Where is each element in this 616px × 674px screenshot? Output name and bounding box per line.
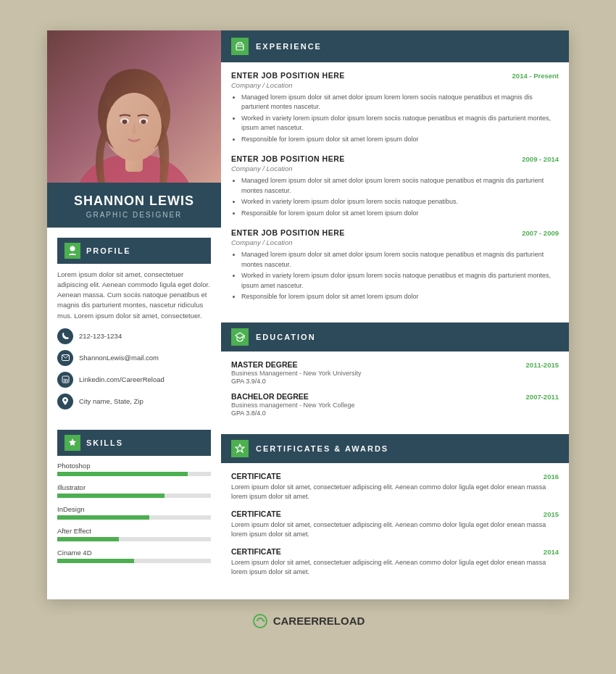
bullet-item: Managed lorem ipsum dolor sit amet dolor… xyxy=(241,93,559,112)
cert-desc: Lorem ipsum dolor sit amet, consectetuer… xyxy=(231,483,559,502)
svg-point-11 xyxy=(70,246,75,251)
experience-icon xyxy=(231,38,249,55)
skill-illustrator: Illustrator xyxy=(57,483,211,498)
bullet-item: Responsible for lorem ipsum dolor sit am… xyxy=(241,209,559,219)
skill-bar-bg xyxy=(57,472,211,476)
exp-job-title: ENTER JOB POSITION HERE xyxy=(231,228,345,237)
cert-desc: Lorem ipsum dolor sit amet, consectetuer… xyxy=(231,558,559,578)
linkedin-icon: in xyxy=(57,372,73,388)
exp-job-title: ENTER JOB POSITION HERE xyxy=(231,154,345,163)
experience-title: EXPERIENCE xyxy=(256,42,322,51)
skill-bar-fill xyxy=(57,559,134,563)
location-item: City name, State, Zip xyxy=(57,394,211,409)
education-title: EDUCATION xyxy=(256,333,316,341)
exp-job-title: ENTER JOB POSITION HERE xyxy=(231,71,345,80)
footer-brand: CAREERRELOAD xyxy=(251,612,365,630)
skill-aftereffect: After Effect xyxy=(57,527,211,541)
name-section: SHANNON LEWIS GRAPHIC DESIGNER xyxy=(47,183,221,228)
page-wrapper: SHANNON LEWIS GRAPHIC DESIGNER PROFILE L… xyxy=(47,30,569,630)
skill-name: After Effect xyxy=(57,527,211,535)
skills-list: Photoshop Illustrator InDesign xyxy=(47,462,221,578)
certificates-header: CERTIFICATES & AWARDS xyxy=(221,434,569,463)
photo-section xyxy=(47,30,221,183)
cert-date: 2016 xyxy=(544,473,559,480)
cert-date: 2014 xyxy=(544,548,559,556)
cert-header: CERTIFICATE 2015 xyxy=(231,509,559,518)
cert-title: CERTIFICATE xyxy=(231,547,281,556)
contact-list: 212-123-1234 ShannonLewis@mail.com xyxy=(47,328,221,420)
edu-date: 2011-2015 xyxy=(526,361,559,369)
profile-title: PROFILE xyxy=(86,246,131,255)
skills-header: SKILLS xyxy=(57,430,211,456)
exp-bullets: Managed lorem ipsum dolor sit amet dolor… xyxy=(231,176,559,218)
profile-photo xyxy=(47,30,221,183)
edu-header: MASTER DEGREE 2011-2015 xyxy=(231,360,559,369)
edu-school: Business Management - New York Universit… xyxy=(231,370,559,377)
cert-item-3: CERTIFICATE 2014 Lorem ipsum dolor sit a… xyxy=(221,547,569,585)
email-value: ShannonLewis@mail.com xyxy=(79,354,159,362)
svg-point-9 xyxy=(122,120,128,124)
exp-company: Company / Location xyxy=(231,81,559,89)
skill-bar-bg xyxy=(57,515,211,520)
edu-school: Business management - New York College xyxy=(231,402,559,409)
skill-bar-fill xyxy=(57,494,165,498)
bullet-item: Worked in variety lorem ipsum dolor ipsu… xyxy=(241,197,559,207)
exp-bullets: Managed lorem ipsum dolor sit amet dolor… xyxy=(231,93,559,145)
location-icon xyxy=(57,394,73,409)
education-icon xyxy=(231,328,249,346)
skill-name: InDesign xyxy=(57,505,211,513)
phone-item: 212-123-1234 xyxy=(57,328,211,344)
skill-indesign: InDesign xyxy=(57,505,211,520)
cert-header: CERTIFICATE 2014 xyxy=(231,547,559,556)
cert-date: 2015 xyxy=(544,510,559,518)
photo-svg xyxy=(47,30,221,183)
location-value: City name, State, Zip xyxy=(79,397,143,405)
cert-header: CERTIFICATE 2016 xyxy=(231,472,559,480)
right-column: EXPERIENCE ENTER JOB POSITION HERE 2014 … xyxy=(221,30,569,599)
edu-header: BACHELOR DEGREE 2007-2011 xyxy=(231,392,559,401)
skill-bar-fill xyxy=(57,537,119,541)
exp-header: ENTER JOB POSITION HERE 2014 - Present xyxy=(231,71,559,80)
experience-item-1: ENTER JOB POSITION HERE 2014 - Present C… xyxy=(221,71,569,155)
exp-company: Company / Location xyxy=(231,165,559,172)
bullet-item: Managed lorem ipsum dolor sit amet dolor… xyxy=(241,176,559,196)
svg-point-20 xyxy=(254,615,267,628)
brand-logo-icon xyxy=(251,612,269,630)
skill-name: Illustrator xyxy=(57,483,211,491)
edu-item-1: MASTER DEGREE 2011-2015 Business Managem… xyxy=(221,360,569,392)
skill-name: Ciname 4D xyxy=(57,549,211,557)
svg-text:in: in xyxy=(63,378,67,383)
profile-header: PROFILE xyxy=(57,238,211,264)
skill-bar-bg xyxy=(57,537,211,541)
email-icon xyxy=(57,350,73,366)
phone-value: 212-123-1234 xyxy=(79,332,122,340)
person-name: SHANNON LEWIS xyxy=(56,194,212,209)
skill-bar-fill xyxy=(57,472,188,476)
svg-rect-15 xyxy=(236,44,244,50)
skill-photoshop: Photoshop xyxy=(57,462,211,476)
profile-text: Lorem ipsum dolor sit amet, consectetuer… xyxy=(47,270,221,328)
exp-date: 2009 - 2014 xyxy=(522,155,559,163)
skill-name: Photoshop xyxy=(57,462,211,470)
exp-bullets: Managed lorem ipsum dolor sit amet dolor… xyxy=(231,250,559,302)
bullet-item: Responsible for lorem ipsum dolor sit am… xyxy=(241,292,559,302)
bullet-item: Managed lorem ipsum dolor sit amet dolor… xyxy=(241,250,559,270)
cert-title: CERTIFICATE xyxy=(231,472,281,480)
svg-point-10 xyxy=(141,120,146,124)
bullet-item: Worked in variety lorem ipsum dolor ipsu… xyxy=(241,271,559,291)
skill-bar-bg xyxy=(57,559,211,563)
left-column: SHANNON LEWIS GRAPHIC DESIGNER PROFILE L… xyxy=(47,30,221,599)
edu-degree: BACHELOR DEGREE xyxy=(231,392,309,401)
exp-date: 2007 - 2009 xyxy=(522,229,559,237)
person-title: GRAPHIC DESIGNER xyxy=(56,211,212,219)
edu-degree: MASTER DEGREE xyxy=(231,360,298,369)
brand-name: CAREERRELOAD xyxy=(273,615,365,627)
bullet-item: Worked in variety lorem ipsum dolor ipsu… xyxy=(241,114,559,133)
skills-icon xyxy=(64,435,80,451)
skill-bar-bg xyxy=(57,494,211,498)
certificates-icon xyxy=(231,440,249,457)
edu-gpa: GPA 3.8/4.0 xyxy=(231,409,559,417)
experience-item-3: ENTER JOB POSITION HERE 2007 - 2009 Comp… xyxy=(221,228,569,312)
skills-title: SKILLS xyxy=(86,438,123,447)
edu-item-2: BACHELOR DEGREE 2007-2011 Business manag… xyxy=(221,392,569,424)
